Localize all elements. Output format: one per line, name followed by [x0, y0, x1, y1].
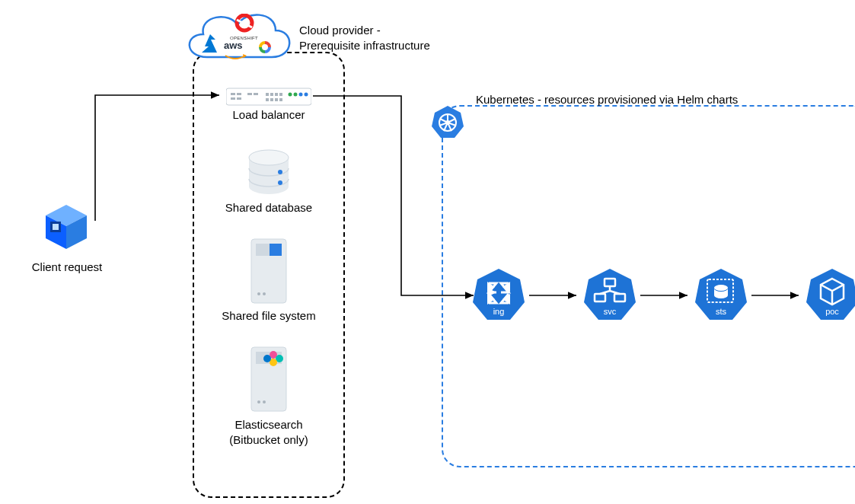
svg-rect-24: [275, 98, 278, 101]
svg-point-64: [714, 285, 728, 291]
elasticsearch-icon: [248, 346, 289, 414]
svg-rect-17: [279, 93, 282, 96]
arrow-client-to-lb: [91, 91, 228, 228]
elasticsearch-label: Elasticsearch (Bitbucket only): [229, 417, 308, 447]
svg-point-1: [262, 44, 268, 50]
arrow-sts-pod: [751, 292, 805, 299]
arrow-ing-svc: [529, 292, 582, 299]
svg-point-34: [263, 292, 266, 295]
svg-text:ing: ing: [493, 307, 505, 316]
kubernetes-icon: [430, 104, 465, 139]
svg-point-33: [257, 292, 260, 295]
svg-text:svc: svc: [604, 307, 617, 316]
arrow-svc-sts: [640, 292, 694, 299]
aws-icon: aws: [224, 40, 247, 64]
k8s-ing-node: ing: [471, 266, 527, 323]
kubernetes-label: Kubernetes - resources provisioned via H…: [476, 93, 738, 106]
cloud-provider-label: Cloud provider - Prerequisite infrastruc…: [299, 23, 430, 54]
svg-rect-9: [237, 93, 241, 95]
svg-point-20: [299, 93, 303, 97]
svg-rect-22: [266, 98, 269, 101]
svg-point-52: [445, 120, 450, 125]
svg-rect-25: [279, 98, 282, 101]
svg-point-27: [249, 150, 289, 165]
shared-database-label: Shared database: [225, 201, 312, 214]
load-balancer-label: Load balancer: [232, 108, 305, 121]
svg-point-42: [263, 400, 266, 404]
svg-rect-8: [231, 93, 235, 95]
svg-rect-32: [270, 244, 282, 256]
svg-rect-6: [53, 224, 59, 230]
svg-text:sts: sts: [716, 307, 727, 316]
svg-point-29: [278, 180, 282, 185]
svg-point-18: [289, 93, 292, 97]
svg-rect-11: [237, 97, 241, 100]
openshift-icon: OPENSHIFT: [230, 14, 258, 40]
client-request-label: Client request: [32, 260, 103, 273]
svg-rect-23: [270, 98, 273, 101]
svg-rect-13: [254, 93, 258, 95]
fileserver-icon: [248, 238, 289, 306]
svg-rect-12: [247, 93, 252, 95]
azure-icon: [200, 33, 220, 56]
svg-rect-15: [270, 93, 273, 96]
shared-fs-label: Shared file system: [222, 309, 315, 322]
svg-rect-10: [231, 97, 235, 100]
svg-point-19: [294, 93, 298, 97]
k8s-pod-node: poc: [804, 266, 855, 323]
svg-text:poc: poc: [825, 307, 839, 316]
svg-rect-14: [266, 93, 269, 96]
k8s-sts-node: sts: [693, 266, 749, 323]
client-icon: [40, 202, 93, 255]
database-icon: [244, 148, 294, 199]
svg-rect-16: [275, 93, 278, 96]
k8s-svc-node: svc: [582, 266, 638, 323]
load-balancer-icon: [226, 85, 311, 108]
svg-rect-7: [226, 88, 311, 105]
svg-point-28: [278, 170, 282, 174]
svg-point-41: [257, 400, 260, 404]
svg-point-40: [263, 355, 271, 362]
svg-point-21: [305, 93, 308, 97]
gcp-icon: [256, 38, 274, 59]
